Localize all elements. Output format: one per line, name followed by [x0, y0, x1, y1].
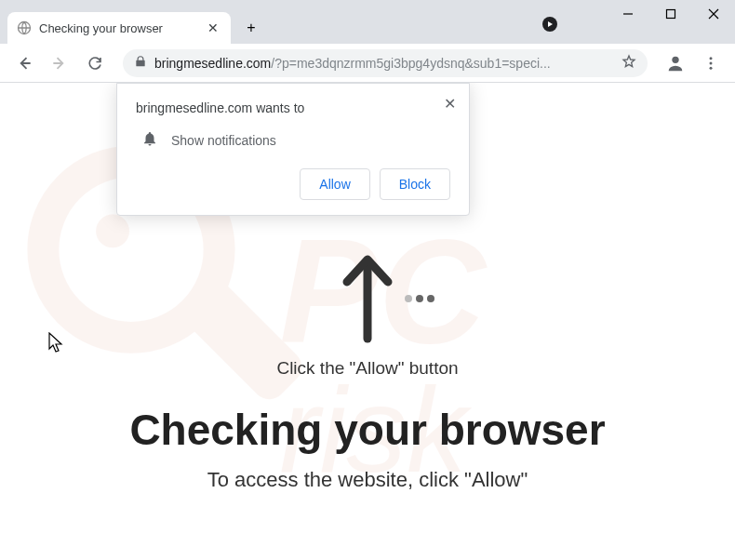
svg-rect-3: [667, 10, 675, 19]
bookmark-star-icon[interactable]: [621, 54, 636, 72]
dot-icon: [427, 295, 434, 302]
page-body: Click the "Allow" button Checking your b…: [0, 83, 735, 492]
page-content: PC risk ✕ bringmesedline.com wants to Sh…: [0, 83, 735, 560]
close-icon[interactable]: ✕: [205, 20, 221, 36]
tab-title: Checking your browser: [39, 21, 163, 35]
address-bar[interactable]: bringmesedline.com/?p=me3dqnzrmm5gi3bpg4…: [123, 49, 648, 77]
tabs-row: Checking your browser ✕ +: [0, 8, 264, 44]
globe-icon: [17, 20, 32, 35]
window-titlebar: Checking your browser ✕ +: [0, 0, 735, 44]
maximize-button[interactable]: [649, 0, 692, 28]
dot-icon: [405, 295, 412, 302]
click-allow-text: Click the "Allow" button: [0, 358, 735, 379]
loading-dots: [405, 295, 434, 302]
dot-icon: [416, 295, 423, 302]
svg-point-6: [672, 56, 678, 62]
page-heading: Checking your browser: [0, 405, 735, 455]
minimize-button[interactable]: [607, 0, 649, 28]
media-indicator-icon: [541, 16, 558, 36]
menu-dots-icon[interactable]: [696, 48, 726, 78]
new-tab-button[interactable]: +: [238, 15, 264, 41]
svg-point-7: [710, 57, 713, 60]
url-host: bringmesedline.com: [154, 56, 271, 71]
forward-button[interactable]: [45, 48, 74, 78]
lock-icon: [134, 55, 147, 71]
window-controls: [607, 0, 735, 28]
page-subtext: To access the website, click "Allow": [0, 468, 735, 492]
cursor-icon: [48, 332, 65, 358]
svg-point-9: [710, 66, 713, 69]
svg-point-8: [710, 61, 713, 64]
back-button[interactable]: [9, 48, 39, 78]
profile-avatar-icon[interactable]: [661, 48, 690, 78]
close-window-button[interactable]: [692, 0, 735, 28]
browser-tab[interactable]: Checking your browser ✕: [7, 12, 231, 44]
browser-toolbar: bringmesedline.com/?p=me3dqnzrmm5gi3bpg4…: [0, 44, 735, 83]
url-path: /?p=me3dqnzrmm5gi3bpg4ydsnq&sub1=speci..…: [271, 56, 550, 71]
arrow-up-icon: [340, 250, 395, 347]
reload-button[interactable]: [80, 48, 110, 78]
